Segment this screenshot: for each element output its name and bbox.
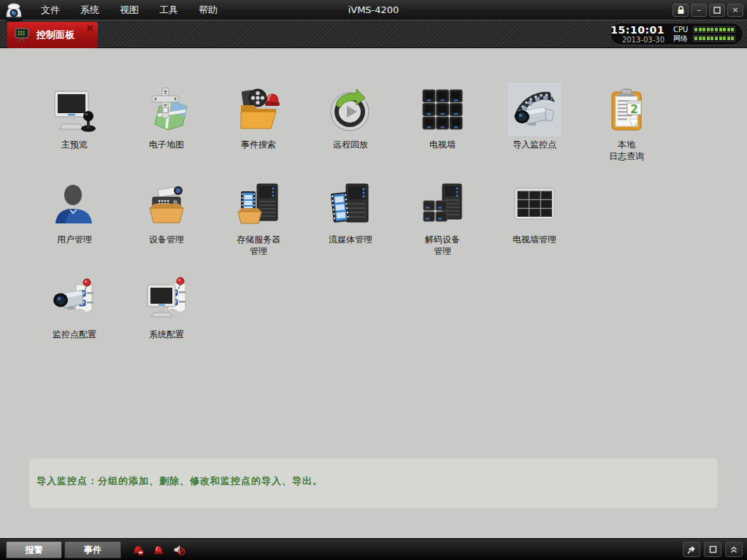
menu-bar: 文件 系统 视图 工具 帮助 — [31, 0, 228, 20]
app-remote-playback[interactable]: 远程回放 — [304, 82, 397, 162]
app-device-management[interactable]: 设备管理 — [120, 177, 212, 257]
minimize-button[interactable]: – — [691, 4, 707, 17]
menu-tools[interactable]: 工具 — [149, 0, 188, 20]
tab-label: 控制面板 — [37, 28, 74, 42]
app-logo-camera-icon — [1, 1, 29, 24]
stream-media-icon — [327, 181, 374, 228]
svg-text:2: 2 — [630, 103, 637, 116]
app-label: 存储服务器 管理 — [237, 234, 280, 257]
app-label: 远程回放 — [333, 139, 368, 150]
alarm-clear-icon[interactable] — [131, 543, 145, 556]
tab-close-icon[interactable]: × — [85, 23, 94, 33]
app-decode-device[interactable]: 解码设备 管理 — [397, 177, 489, 257]
device-management-icon — [143, 181, 190, 228]
collapse-up-icon — [729, 545, 738, 554]
app-stream-media[interactable]: 流媒体管理 — [304, 177, 397, 257]
app-label: 事件搜索 — [241, 139, 276, 150]
menu-file[interactable]: 文件 — [31, 0, 70, 20]
menu-view[interactable]: 视图 — [110, 0, 149, 20]
maximize-button[interactable] — [709, 4, 725, 17]
title-bar: 文件 系统 视图 工具 帮助 iVMS-4200 – × — [0, 0, 747, 20]
pin-button[interactable] — [683, 542, 700, 557]
app-label: 电子地图 — [149, 139, 184, 150]
collapse-button[interactable] — [725, 542, 743, 557]
alarm-tab[interactable]: 报警 — [6, 541, 62, 559]
app-label: 电视墙 — [429, 139, 456, 150]
network-label: 网络 — [673, 34, 689, 43]
function-description-panel: 导入监控点：分组的添加、删除、修改和监控点的导入、导出。 — [29, 459, 718, 508]
system-config-icon — [143, 276, 190, 323]
maximize-icon — [713, 7, 721, 14]
app-main-preview[interactable]: 主预览 — [28, 82, 120, 162]
main-preview-icon — [51, 86, 98, 133]
decode-device-icon — [419, 181, 466, 228]
storage-server-icon — [235, 181, 282, 228]
app-label: 解码设备 管理 — [425, 234, 460, 257]
lock-button[interactable] — [673, 4, 689, 17]
app-label: 监控点配置 — [53, 329, 96, 340]
clock-time: 15:10:01 — [610, 25, 664, 36]
tv-wall-management-icon — [511, 181, 558, 228]
app-event-search[interactable]: 事件搜索 — [212, 82, 304, 162]
control-panel-main: 主预览 电子地图 — [0, 48, 747, 538]
cpu-meter — [693, 26, 735, 33]
app-user-management[interactable]: 用户管理 — [28, 177, 120, 257]
import-camera-icon — [511, 86, 558, 133]
app-label: 用户管理 — [57, 234, 92, 245]
bottom-bar: 报警 事件 — [0, 538, 747, 560]
status-panel: 15:10:01 2013-03-30 CPU 网络 — [610, 23, 743, 45]
cpu-label: CPU — [673, 26, 689, 34]
lock-icon — [677, 6, 685, 15]
siren-icon[interactable] — [152, 543, 165, 556]
menu-system[interactable]: 系统 — [70, 0, 110, 20]
app-emap[interactable]: 电子地图 — [120, 82, 212, 162]
clock-date: 2013-03-30 — [622, 36, 664, 44]
menu-help[interactable]: 帮助 — [188, 0, 228, 20]
restore-icon — [709, 545, 717, 553]
app-label: 流媒体管理 — [329, 234, 372, 245]
app-label: 电视墙管理 — [513, 234, 556, 245]
local-log-icon: 2 — [603, 86, 650, 133]
app-storage-server[interactable]: 存储服务器 管理 — [212, 177, 304, 257]
control-panel-icon — [13, 26, 31, 44]
close-button[interactable]: × — [727, 4, 743, 17]
app-system-config[interactable]: 系统配置 — [120, 272, 212, 340]
tab-control-panel[interactable]: 控制面板 × — [7, 22, 98, 48]
app-camera-config[interactable]: 监控点配置 — [28, 272, 120, 340]
user-management-icon — [51, 181, 98, 228]
remote-playback-icon — [327, 86, 374, 133]
event-tab[interactable]: 事件 — [64, 541, 121, 559]
tv-wall-icon — [419, 86, 466, 133]
app-tv-wall-management[interactable]: 电视墙管理 — [489, 177, 581, 257]
app-label: 导入监控点 — [513, 139, 556, 150]
tab-bar: 控制面板 × 15:10:01 2013-03-30 CPU 网络 — [0, 20, 747, 48]
app-label: 设备管理 — [149, 234, 184, 245]
function-description-text: 导入监控点：分组的添加、删除、修改和监控点的导入、导出。 — [37, 475, 323, 486]
app-local-log[interactable]: 2 本地 日志查询 — [581, 82, 673, 162]
audio-mute-icon[interactable] — [172, 543, 185, 556]
app-label: 主预览 — [61, 139, 88, 150]
app-label: 系统配置 — [149, 329, 184, 340]
restore-button[interactable] — [704, 542, 721, 557]
camera-config-icon — [51, 276, 98, 323]
app-import-camera[interactable]: 导入监控点 — [489, 82, 581, 162]
event-search-icon — [235, 86, 282, 133]
app-tv-wall[interactable]: 电视墙 — [397, 82, 489, 162]
app-label: 本地 日志查询 — [609, 139, 644, 162]
emap-icon — [143, 86, 190, 133]
network-meter — [693, 35, 735, 42]
pin-icon — [686, 545, 697, 555]
